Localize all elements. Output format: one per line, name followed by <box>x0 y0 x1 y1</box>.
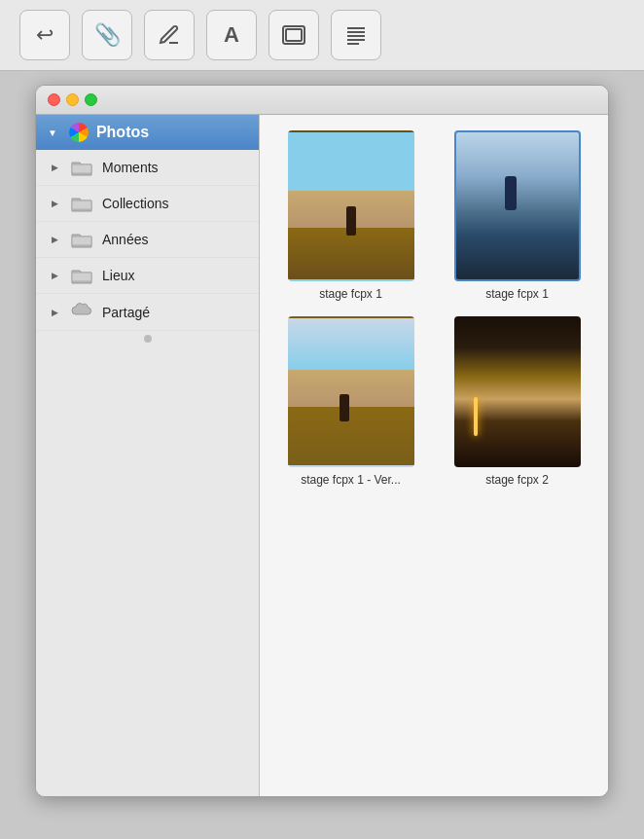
folder-icon <box>71 159 92 176</box>
expand-arrow-icon: ▶ <box>52 271 61 280</box>
sidebar-item-annees[interactable]: ▶ Années <box>36 222 259 258</box>
svg-rect-1 <box>286 29 302 41</box>
photo-item[interactable]: stage fcpx 1 <box>442 130 592 301</box>
expand-arrow-icon: ▶ <box>52 235 61 244</box>
photo-thumbnail[interactable] <box>454 316 581 467</box>
photo-label: stage fcpx 2 <box>485 473 549 487</box>
traffic-lights <box>48 93 97 106</box>
back-button[interactable]: ↩ <box>19 10 70 60</box>
sidebar-header-title: Photos <box>96 124 149 141</box>
sidebar-item-label: Partagé <box>102 305 150 320</box>
sidebar-item-label: Collections <box>102 196 168 211</box>
cloud-icon <box>71 303 92 321</box>
sidebar-item-collections[interactable]: ▶ Collections <box>36 186 259 222</box>
photo-label: stage fcpx 1 <box>319 287 382 301</box>
photo-label: stage fcpx 1 <box>485 287 549 301</box>
sidebar-item-lieux[interactable]: ▶ Lieux <box>36 258 259 294</box>
folder-icon <box>71 195 92 212</box>
photos-app-icon <box>69 123 89 142</box>
sidebar-item-moments[interactable]: ▶ Moments <box>36 150 259 186</box>
expand-arrow-icon: ▶ <box>52 163 61 172</box>
media-button[interactable] <box>268 10 319 60</box>
sidebar: ▼ Photos ▶ Moments ▶ <box>36 115 260 796</box>
text-button[interactable]: A <box>206 10 257 60</box>
photo-thumbnail[interactable] <box>288 316 414 467</box>
expand-arrow-icon: ▶ <box>52 199 61 208</box>
maximize-button[interactable] <box>85 93 97 106</box>
folder-icon <box>71 267 92 284</box>
scroll-dot <box>144 335 152 343</box>
photo-item[interactable]: stage fcpx 1 <box>275 130 426 301</box>
photo-item[interactable]: stage fcpx 1 - Ver... <box>275 316 426 487</box>
sidebar-item-partage[interactable]: ▶ Partagé <box>36 294 259 331</box>
folder-icon <box>71 231 92 248</box>
photo-thumbnail[interactable] <box>288 130 414 281</box>
sidebar-item-label: Années <box>102 232 148 247</box>
sidebar-header[interactable]: ▼ Photos <box>36 115 259 150</box>
photo-item[interactable]: stage fcpx 2 <box>442 316 592 487</box>
toolbar: ↩ 📎 A <box>0 0 644 71</box>
sidebar-item-label: Moments <box>102 160 159 175</box>
list-button[interactable] <box>331 10 381 60</box>
sidebar-item-label: Lieux <box>102 268 134 283</box>
photo-thumbnail[interactable] <box>454 130 581 281</box>
expand-arrow-icon: ▶ <box>52 308 61 317</box>
close-button[interactable] <box>48 93 60 106</box>
annotation-button[interactable] <box>144 10 195 60</box>
photo-grid: stage fcpx 1 stage fcpx 1 stage fcpx 1 -… <box>260 115 608 796</box>
window-body: ▼ Photos ▶ Moments ▶ <box>36 115 608 796</box>
title-bar <box>36 86 608 115</box>
photos-window: ▼ Photos ▶ Moments ▶ <box>35 85 609 797</box>
attachment-button[interactable]: 📎 <box>82 10 132 60</box>
scroll-indicator <box>36 331 259 347</box>
collapse-arrow-icon: ▼ <box>48 128 57 138</box>
photo-label: stage fcpx 1 - Ver... <box>301 473 401 487</box>
minimize-button[interactable] <box>66 93 79 106</box>
